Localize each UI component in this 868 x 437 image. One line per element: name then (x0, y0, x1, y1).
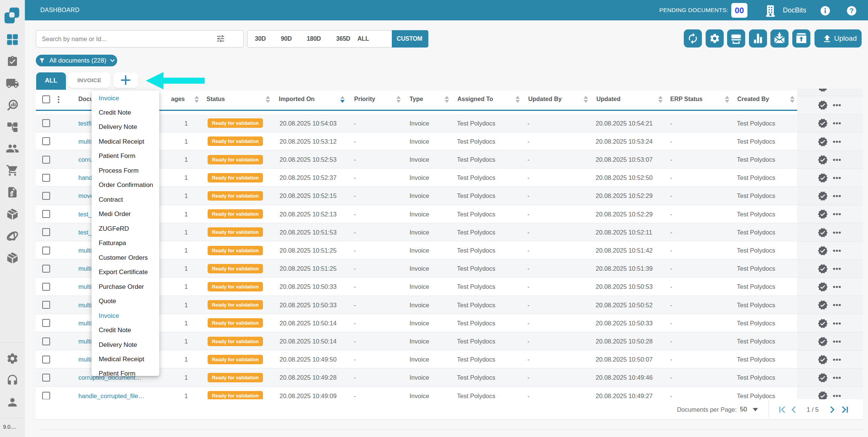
svg-text:?: ? (850, 7, 854, 15)
